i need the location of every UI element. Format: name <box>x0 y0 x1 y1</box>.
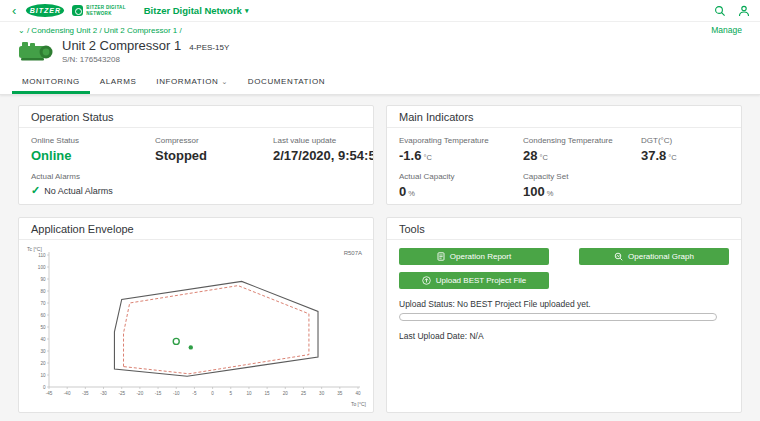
app-header: ‹ BITZER BITZER DIGITAL NETWORK Bitzer D… <box>0 0 760 22</box>
device-serial: S/N: 176543208 <box>62 55 229 64</box>
network-logo-line2: NETWORK <box>86 11 125 16</box>
field-dgt: DGT(°C) 37.8°C <box>641 136 729 163</box>
tools-body: Operation Report Operational Graph Uploa <box>387 240 741 412</box>
application-envelope-chart-wrap: -45-40-35-30-25-20-15-10-505101520253035… <box>19 240 373 412</box>
network-logo-icon <box>72 5 83 16</box>
svg-text:-20: -20 <box>137 391 144 396</box>
svg-text:-30: -30 <box>100 391 107 396</box>
tab-monitoring[interactable]: MONITORING <box>12 71 90 94</box>
svg-text:30: 30 <box>319 391 325 396</box>
manage-link[interactable]: Manage <box>711 25 742 35</box>
upload-best-label: Upload BEST Project File <box>436 276 527 285</box>
panel-title: Application Envelope <box>19 218 373 240</box>
indicator-value: 0% <box>399 184 517 199</box>
header-left: ‹ BITZER BITZER DIGITAL NETWORK Bitzer D… <box>10 4 714 17</box>
report-icon <box>437 252 445 261</box>
upload-icon <box>422 276 431 285</box>
svg-text:-15: -15 <box>155 391 162 396</box>
operating-point-dot <box>189 345 193 349</box>
header-right <box>714 5 750 17</box>
tab-alarms[interactable]: ALARMS <box>90 71 147 94</box>
svg-text:-45: -45 <box>46 391 53 396</box>
svg-text:10: 10 <box>40 373 46 378</box>
y-axis-label: Tc [°C] <box>27 246 42 252</box>
tab-documentation-label: DOCUMENTATION <box>248 77 325 86</box>
x-axis-label: To [°C] <box>351 401 367 407</box>
svg-text:5: 5 <box>229 391 232 396</box>
unit-label: °C <box>668 153 676 162</box>
app-title-dropdown[interactable]: Bitzer Digital Network ▾ <box>144 5 249 16</box>
tab-documentation[interactable]: DOCUMENTATION <box>238 71 335 94</box>
device-name: Unit 2 Compressor 1 <box>62 38 181 53</box>
svg-text:35: 35 <box>337 391 343 396</box>
check-icon: ✓ <box>31 184 40 197</box>
indicator-value: 100% <box>523 184 635 199</box>
upload-status-text: Upload Status: No BEST Project File uplo… <box>399 299 729 309</box>
svg-text:10: 10 <box>246 391 252 396</box>
graph-icon <box>614 252 623 261</box>
svg-text:-5: -5 <box>192 391 197 396</box>
refrigerant-label: R507A <box>344 250 362 256</box>
application-envelope-chart: -45-40-35-30-25-20-15-10-505101520253035… <box>23 242 370 408</box>
field-label: Compressor <box>155 136 267 145</box>
panel-title: Main Indicators <box>387 106 741 128</box>
svg-text:30: 30 <box>40 349 46 354</box>
svg-text:90: 90 <box>40 277 46 282</box>
svg-text:15: 15 <box>265 391 271 396</box>
svg-text:20: 20 <box>40 361 46 366</box>
tab-information[interactable]: INFORMATION ⌄ <box>146 71 237 94</box>
chevron-down-icon: ⌄ <box>221 78 227 86</box>
operational-graph-button[interactable]: Operational Graph <box>579 248 729 265</box>
field-label: Last value update <box>273 136 374 145</box>
field-actual-alarms: Actual Alarms ✓ No Actual Alarms <box>31 172 361 197</box>
main-indicators-panel: Main Indicators Evaporating Temperature … <box>386 105 742 205</box>
tab-alarms-label: ALARMS <box>100 77 137 86</box>
field-compressor: Compressor Stopped <box>155 136 267 163</box>
indicator-value: -1.6°C <box>399 148 517 163</box>
svg-text:50: 50 <box>40 325 46 330</box>
breadcrumb[interactable]: ⌄ / Condensing Unit 2 / Unit 2 Compresso… <box>18 26 182 35</box>
last-upload-date-text: Last Upload Date: N/A <box>399 331 729 341</box>
svg-text:70: 70 <box>40 301 46 306</box>
svg-text:60: 60 <box>40 313 46 318</box>
panel-title: Operation Status <box>19 106 373 128</box>
field-capacity-set: Capacity Set 100% <box>523 172 635 199</box>
breadcrumb-row: ⌄ / Condensing Unit 2 / Unit 2 Compresso… <box>0 22 760 36</box>
indicator-value: 37.8°C <box>641 148 729 163</box>
operational-graph-label: Operational Graph <box>628 252 694 261</box>
svg-text:0: 0 <box>43 385 46 390</box>
operation-status-body: Online Status Online Compressor Stopped … <box>19 128 373 205</box>
svg-text:-10: -10 <box>173 391 180 396</box>
unit-label: °C <box>539 153 547 162</box>
field-actual-capacity: Actual Capacity 0% <box>399 172 517 199</box>
svg-text:25: 25 <box>301 391 307 396</box>
operation-report-button[interactable]: Operation Report <box>399 248 549 265</box>
field-label: Evaporating Temperature <box>399 136 517 145</box>
search-icon[interactable] <box>714 5 726 17</box>
upload-progress-bar <box>399 313 717 321</box>
field-evaporating-temperature: Evaporating Temperature -1.6°C <box>399 136 517 163</box>
panel-title: Tools <box>387 218 741 240</box>
alarms-value: No Actual Alarms <box>44 186 113 196</box>
field-online-status: Online Status Online <box>31 136 149 163</box>
device-header: Unit 2 Compressor 1 4-PES-15Y S/N: 17654… <box>0 36 760 64</box>
back-icon[interactable]: ‹ <box>10 4 18 17</box>
field-label: DGT(°C) <box>641 136 729 145</box>
user-icon[interactable] <box>738 5 750 17</box>
svg-text:40: 40 <box>40 337 46 342</box>
operating-point-ring <box>173 338 179 344</box>
main-indicators-body: Evaporating Temperature -1.6°C Condensin… <box>387 128 741 205</box>
envelope-outer-boundary <box>114 281 318 376</box>
svg-text:100: 100 <box>38 265 46 270</box>
field-condensing-temperature: Condensing Temperature 28°C <box>523 136 635 163</box>
field-last-value-update: Last value update 2/17/2020, 9:54:59… <box>273 136 374 163</box>
svg-text:20: 20 <box>283 391 289 396</box>
compressor-icon <box>18 38 54 64</box>
svg-text:-40: -40 <box>64 391 71 396</box>
svg-text:0: 0 <box>211 391 214 396</box>
network-logo-text: BITZER DIGITAL NETWORK <box>86 5 125 16</box>
tab-bar: MONITORING ALARMS INFORMATION ⌄ DOCUMENT… <box>0 71 760 95</box>
tab-information-label: INFORMATION <box>156 77 218 86</box>
upload-best-project-file-button[interactable]: Upload BEST Project File <box>399 272 549 289</box>
indicator-value: 28°C <box>523 148 635 163</box>
